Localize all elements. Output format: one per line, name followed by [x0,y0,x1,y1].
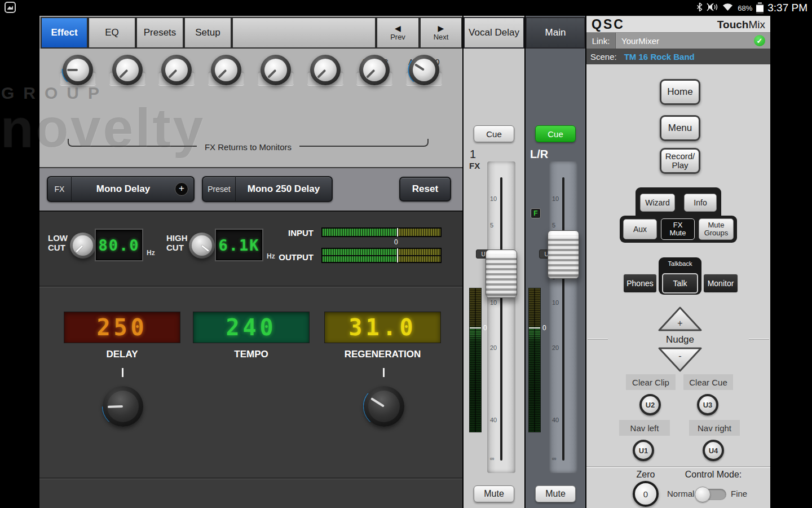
output-meter-label: OUTPUT [254,252,314,262]
link-ok-check-icon: ✓ [754,35,765,46]
aux-channel-5: Aux 5 -Inf [252,49,299,85]
fx1-fader-cap[interactable] [486,249,517,298]
fx-returns-bracket: FX Returns to Monitors [68,139,429,151]
clear-cue-label: Clear Cue [683,374,733,390]
tab-spacer [232,17,376,49]
fx1-cue-button[interactable]: Cue [474,125,514,142]
talkback-label: Talkback [659,260,701,267]
remote-control-panel: QSC TouchMix Link: YourMixer ✓ Scene: TM… [586,16,770,508]
high-cut-knob[interactable] [188,232,215,259]
channel-number: 1 [470,148,476,161]
fx-label: FX [48,177,72,201]
main-mute-button[interactable]: Mute [535,485,576,502]
main-cue-button[interactable]: Cue [535,125,576,142]
divider [586,466,770,468]
home-button[interactable]: Home [660,79,700,105]
aux6-knob[interactable] [309,54,342,86]
scene-bar: Scene: TM 16 Rock Band [586,49,770,64]
delay-knob[interactable] [102,385,144,428]
regeneration-knob[interactable] [363,385,405,428]
aux-channel-1: Aux 1 -32.0 [54,49,102,85]
fx1-mute-button[interactable]: Mute [474,485,514,502]
touchmix-app: 68% 3:37 PM GROUP novelty Effect EQ Pres… [0,0,812,508]
bluetooth-icon [696,2,703,14]
delay-label: DELAY [64,349,180,360]
aux-channel-2: Aux 2 -Inf [104,49,151,85]
mute-groups-button[interactable]: MuteGroups [699,218,734,240]
aux-button[interactable]: Aux [623,219,657,239]
input-meter-label: INPUT [254,228,314,238]
toggle-knob[interactable] [695,487,710,502]
aux5-knob[interactable] [259,54,292,86]
output-meter [321,248,442,263]
tab-setup[interactable]: Setup [184,17,232,49]
fader-tick: 40 [490,417,497,423]
battery-percent: 68% [738,4,752,12]
preset-label: Preset [203,177,236,201]
main-level-meter [528,288,541,432]
aux3-knob[interactable] [160,54,193,86]
aux2-knob[interactable] [111,54,144,86]
scene-value: TM 16 Rock Band [624,52,695,62]
info-button[interactable]: Info [684,194,717,212]
zero-button[interactable]: 0 [633,481,659,507]
nudge-label: Nudge [657,334,703,345]
remote-buttons-area: Home Menu Record/Play Wizard Info Aux FX… [586,64,770,508]
nudge-down-button[interactable]: - [657,347,703,373]
fine-label: Fine [731,489,747,498]
record-play-button[interactable]: Record/Play [660,148,700,174]
next-button[interactable]: ▶ Next [420,17,462,49]
meter-zero-mark: 0 [394,238,398,246]
low-cut-display: 80.0 [96,230,142,260]
tab-effect[interactable]: Effect [41,17,88,49]
control-mode-toggle[interactable] [696,489,726,500]
qsc-logo: QSC [592,17,625,32]
tab-presets[interactable]: Presets [136,17,184,49]
fx-type-selector[interactable]: FX Mono Delay + [47,176,195,202]
main-fader-track[interactable]: 10 5 U 5 10 20 40 ∞ [549,161,577,473]
u3-button[interactable]: U3 [697,394,718,415]
prev-button[interactable]: ◀ Prev [376,17,420,49]
preset-selector[interactable]: Preset Mono 250 Delay [202,176,333,202]
plus-icon[interactable]: + [175,182,188,196]
mode-cluster: Aux FXMute MuteGroups [620,216,737,243]
meter-zero-mark: 0 [542,324,546,332]
fx-mute-button[interactable]: FXMute [661,218,695,240]
reset-button[interactable]: Reset [399,177,451,202]
aux7-8-knob[interactable] [358,54,391,86]
phones-button[interactable]: Phones [623,273,657,294]
preset-value: Mono 250 Delay [236,177,332,201]
nudge-up-icon: + [657,318,703,329]
battery-icon [756,2,764,14]
u1-button[interactable]: U1 [633,440,654,461]
fader-tick: 10 [490,195,497,202]
main-fader-cap[interactable] [548,230,579,279]
monitor-button[interactable]: Monitor [703,273,739,294]
wizard-button[interactable]: Wizard [640,194,675,212]
fx-type-value: Mono Delay [72,177,175,201]
menu-button[interactable]: Menu [660,115,700,141]
fx-panel: Effect EQ Presets Setup ◀ Prev ▶ Next [39,16,462,508]
nudge-up-button[interactable]: + [657,306,703,332]
fx1-level-meter [469,288,482,432]
fx1-fader-track[interactable]: 10 5 U 5 10 20 40 ∞ [487,161,515,473]
main-lr-strip: Main Cue L/R F 10 5 U 5 10 20 40 ∞ U 0 M… [526,16,585,508]
fader-tick: 40 [552,417,559,423]
talk-button[interactable]: Talk [662,273,698,294]
tab-eq[interactable]: EQ [88,17,136,49]
main-header: Main [526,17,585,49]
next-arrow-icon: ▶ [438,24,444,32]
aux9-10-knob[interactable] [408,54,440,86]
aux-channel-4: Aux 4 -Inf [202,49,250,85]
u2-button[interactable]: U2 [639,394,661,415]
low-cut-unit: Hz [147,249,155,257]
channel-name: L/R [530,148,548,161]
fx1-channel-strip: Vocal Delay Cue 1 FX 10 5 U 5 10 20 40 ∞… [464,16,524,508]
channel-type: FX [469,161,480,170]
aux4-knob[interactable] [210,54,242,86]
input-meter [321,227,442,237]
low-cut-knob[interactable] [69,232,96,259]
aux1-knob[interactable] [61,54,94,86]
screenshot-icon [5,2,16,15]
u4-button[interactable]: U4 [703,440,724,461]
